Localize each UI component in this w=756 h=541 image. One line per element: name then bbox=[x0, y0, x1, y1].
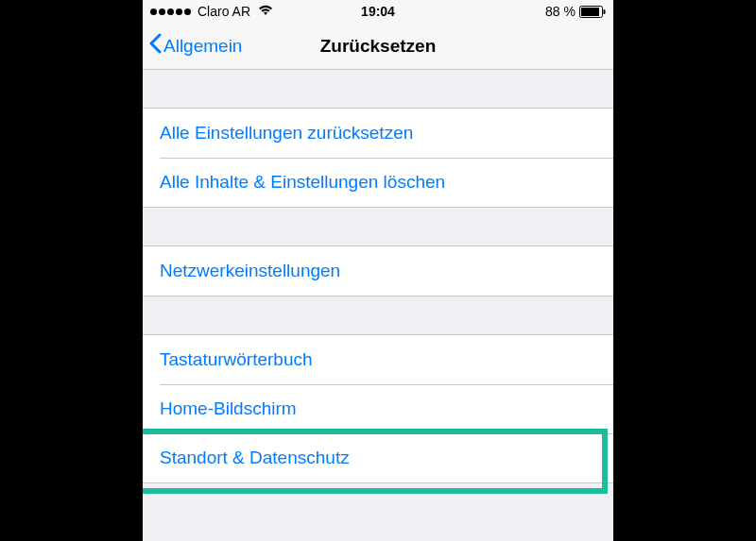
erase-all-content[interactable]: Alle Inhalte & Einstellungen löschen bbox=[143, 158, 613, 207]
status-left: Claro AR bbox=[150, 4, 273, 19]
status-bar: Claro AR 19:04 88 % bbox=[143, 0, 613, 23]
section-gap bbox=[143, 296, 613, 334]
battery-percentage: 88 % bbox=[545, 4, 576, 19]
list-item-label: Standort & Datenschutz bbox=[160, 448, 350, 468]
reset-group-1: Alle Einstellungen zurücksetzen Alle Inh… bbox=[143, 108, 613, 208]
svg-rect-1 bbox=[581, 8, 599, 16]
chevron-left-icon bbox=[148, 33, 162, 59]
phone-screen: Claro AR 19:04 88 % bbox=[143, 0, 613, 541]
status-right: 88 % bbox=[545, 4, 606, 19]
back-label: Allgemein bbox=[163, 36, 242, 57]
reset-group-3: Tastaturwörterbuch Home-Bildschirm Stand… bbox=[143, 334, 613, 483]
signal-strength-icon bbox=[150, 8, 191, 15]
reset-location-privacy[interactable]: Standort & Datenschutz bbox=[143, 433, 613, 482]
list-item-label: Tastaturwörterbuch bbox=[160, 349, 313, 370]
section-gap bbox=[143, 208, 613, 245]
navigation-bar: Allgemein Zurücksetzen bbox=[143, 23, 613, 70]
reset-keyboard-dictionary[interactable]: Tastaturwörterbuch bbox=[143, 335, 613, 384]
status-time: 19:04 bbox=[361, 4, 395, 19]
section-gap bbox=[143, 70, 613, 108]
list-item-label: Netzwerkeinstellungen bbox=[160, 261, 340, 281]
reset-home-screen[interactable]: Home-Bildschirm bbox=[143, 384, 613, 433]
page-title: Zurücksetzen bbox=[320, 36, 436, 57]
reset-group-2: Netzwerkeinstellungen bbox=[143, 245, 613, 296]
reset-all-settings[interactable]: Alle Einstellungen zurücksetzen bbox=[143, 109, 613, 158]
svg-rect-2 bbox=[604, 9, 606, 14]
battery-icon bbox=[579, 6, 606, 18]
reset-network-settings[interactable]: Netzwerkeinstellungen bbox=[143, 246, 613, 296]
back-button[interactable]: Allgemein bbox=[143, 33, 242, 59]
list-item-label: Home-Bildschirm bbox=[160, 398, 297, 419]
list-item-label: Alle Einstellungen zurücksetzen bbox=[160, 123, 413, 144]
list-item-label: Alle Inhalte & Einstellungen löschen bbox=[160, 172, 445, 193]
carrier-label: Claro AR bbox=[198, 4, 250, 19]
wifi-icon bbox=[258, 4, 273, 19]
